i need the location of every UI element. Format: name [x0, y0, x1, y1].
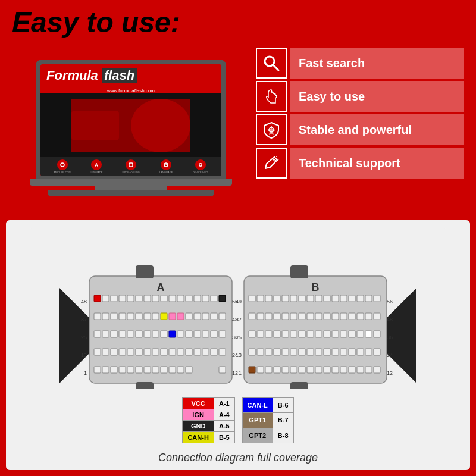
svg-rect-110 [219, 349, 226, 355]
svg-rect-66 [119, 313, 126, 320]
formula-logo: Formula flash [46, 68, 137, 83]
legend-canh-label: CAN-H [183, 432, 214, 443]
page-title: Easy to use: [12, 6, 180, 39]
svg-rect-55 [161, 295, 167, 302]
svg-rect-23 [290, 265, 308, 278]
svg-text:56: 56 [387, 299, 393, 305]
svg-rect-121 [177, 367, 184, 373]
svg-text:37: 37 [81, 317, 87, 322]
svg-rect-90 [186, 331, 192, 337]
svg-rect-200 [349, 367, 355, 373]
technical-support-icon-box [256, 148, 287, 178]
legend-ign-label: IGN [183, 409, 214, 421]
feature-easy-to-use: Easy to use [256, 81, 464, 112]
svg-rect-76 [202, 313, 209, 320]
svg-rect-69 [144, 313, 151, 320]
svg-rect-86 [152, 331, 159, 337]
svg-rect-87 [161, 331, 167, 337]
svg-rect-129 [290, 295, 297, 302]
svg-rect-139 [374, 295, 380, 302]
svg-rect-94 [219, 331, 226, 337]
svg-text:12: 12 [232, 370, 238, 376]
svg-rect-96 [102, 349, 109, 355]
svg-rect-109 [211, 349, 217, 355]
svg-rect-102 [152, 349, 159, 355]
svg-rect-106 [186, 349, 192, 355]
svg-rect-132 [315, 295, 322, 302]
svg-text:25: 25 [236, 334, 242, 340]
svg-rect-122 [186, 367, 192, 373]
svg-rect-81 [111, 331, 117, 337]
svg-rect-136 [349, 295, 355, 302]
svg-text:1: 1 [84, 370, 87, 376]
svg-rect-202 [365, 367, 372, 373]
feature-fast-search: Fast search [256, 48, 464, 79]
svg-rect-155 [374, 313, 380, 320]
svg-rect-57 [177, 295, 184, 302]
svg-rect-116 [136, 367, 142, 373]
svg-rect-79 [94, 331, 101, 337]
svg-rect-142 [265, 313, 272, 320]
legend-vcc-label: VCC [183, 398, 214, 409]
connector-diagram: A B 48 56 37 48 25 36 13 24 1 12 49 56 3… [6, 220, 470, 397]
legend-gpt1-label: GPT1 [242, 413, 273, 428]
svg-rect-188 [249, 367, 255, 373]
svg-rect-58 [186, 295, 192, 302]
svg-rect-197 [324, 367, 330, 373]
svg-rect-156 [249, 331, 255, 337]
svg-rect-85 [144, 331, 151, 337]
svg-rect-196 [315, 367, 322, 373]
svg-rect-134 [332, 295, 339, 302]
svg-rect-113 [111, 367, 117, 373]
svg-rect-89 [177, 331, 184, 337]
legend-ign-pin: A-4 [214, 409, 234, 421]
legend-canl-label: CAN-L [242, 398, 273, 413]
svg-rect-108 [202, 349, 209, 355]
svg-rect-198 [332, 367, 339, 373]
svg-rect-84 [136, 331, 142, 337]
svg-rect-2 [71, 111, 119, 140]
svg-text:37: 37 [236, 317, 242, 322]
svg-rect-147 [307, 313, 314, 320]
svg-rect-62 [219, 295, 226, 302]
svg-rect-63 [94, 313, 101, 320]
svg-rect-131 [307, 295, 314, 302]
svg-rect-98 [119, 349, 126, 355]
svg-rect-157 [257, 331, 264, 337]
svg-rect-60 [202, 295, 209, 302]
legend-gpt1-pin: B-7 [273, 413, 293, 428]
svg-rect-70 [152, 313, 159, 320]
laptop-url: www.formulaflash.com [40, 88, 221, 93]
easy-to-use-icon-box [256, 81, 287, 112]
feature-technical-support: Technical support [256, 148, 464, 178]
svg-rect-173 [257, 349, 264, 355]
svg-rect-95 [94, 349, 101, 355]
svg-rect-190 [265, 367, 272, 373]
svg-text:24: 24 [387, 352, 393, 358]
svg-rect-99 [127, 349, 134, 355]
svg-rect-154 [365, 313, 372, 320]
svg-rect-146 [299, 313, 305, 320]
svg-rect-141 [257, 313, 264, 320]
svg-rect-114 [119, 367, 126, 373]
svg-rect-71 [161, 313, 167, 320]
svg-point-1 [131, 99, 190, 152]
svg-rect-21 [136, 382, 154, 389]
svg-rect-172 [249, 349, 255, 355]
svg-rect-194 [299, 367, 305, 373]
easy-to-use-label: Easy to use [290, 81, 464, 112]
svg-rect-138 [365, 295, 372, 302]
svg-rect-140 [249, 313, 255, 320]
svg-rect-128 [282, 295, 289, 302]
svg-rect-101 [144, 349, 151, 355]
svg-rect-92 [202, 331, 209, 337]
legend-vcc-pin: A-1 [214, 398, 234, 409]
top-section: Formula flash www.formulaflash.com [6, 42, 470, 214]
svg-rect-191 [274, 367, 280, 373]
svg-text:13: 13 [81, 352, 87, 358]
svg-rect-119 [161, 367, 167, 373]
svg-rect-144 [282, 313, 289, 320]
svg-rect-64 [102, 313, 109, 320]
svg-rect-56 [169, 295, 176, 302]
legend-table-left: VCC A-1 IGN A-4 GND A-5 CAN-H B-5 [182, 397, 234, 443]
